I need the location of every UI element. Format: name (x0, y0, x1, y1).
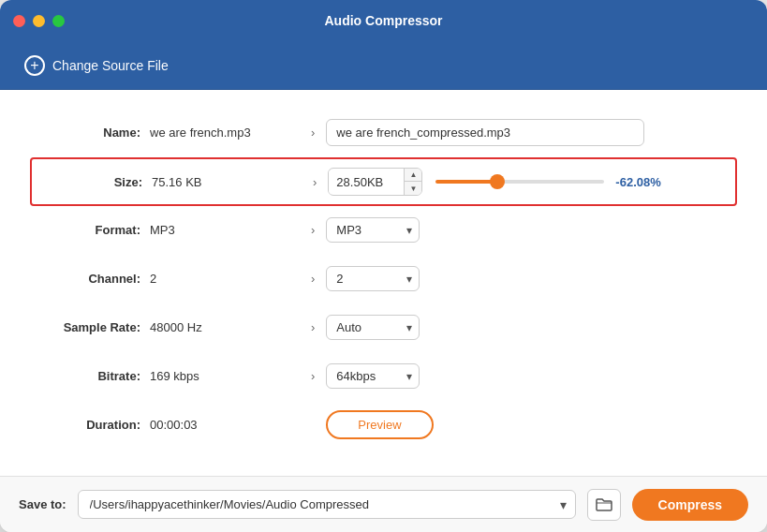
sample-rate-dropdown-wrapper: Auto 44100 Hz 48000 Hz 96000 Hz (326, 315, 420, 340)
size-source-value: 75.16 KB (152, 175, 302, 189)
duration-label: Duration: (37, 418, 140, 432)
titlebar: Audio Compressor (0, 0, 767, 41)
channel-arrow-icon: › (311, 272, 315, 286)
bitrate-arrow-icon: › (311, 369, 315, 383)
size-slider[interactable] (435, 180, 604, 184)
window-title: Audio Compressor (324, 13, 442, 28)
toolbar: + Change Source File (0, 41, 767, 90)
save-to-label: Save to: (19, 497, 66, 511)
size-slider-container: -62.08% (435, 175, 728, 189)
compress-button[interactable]: Compress (632, 489, 748, 521)
maximize-button[interactable] (52, 15, 65, 27)
plus-circle-icon: + (24, 55, 45, 76)
footer: Save to: /Users/ihappyacethinker/Movies/… (0, 476, 767, 532)
size-spinner-buttons: ▲ ▼ (404, 169, 421, 195)
size-label: Size: (39, 175, 142, 189)
size-spinner-up[interactable]: ▲ (405, 169, 421, 182)
size-spinner: ▲ ▼ (328, 168, 422, 196)
format-dropdown[interactable]: MP3 AAC WAV FLAC OGG (326, 217, 420, 243)
format-arrow-icon: › (311, 223, 315, 237)
sample-rate-source-value: 48000 Hz (150, 320, 300, 334)
format-label: Format: (37, 223, 140, 237)
duration-output-area: Preview (326, 410, 730, 439)
folder-icon (596, 497, 612, 512)
channel-dropdown-wrapper: 1 2 Auto (326, 266, 420, 291)
size-percent-label: -62.08% (615, 175, 660, 189)
channel-dropdown[interactable]: 1 2 Auto (326, 266, 420, 291)
bitrate-dropdown-wrapper: 64kbps 128kbps 192kbps 256kbps 320kbps (326, 363, 420, 389)
change-source-button[interactable]: + Change Source File (15, 50, 178, 81)
bitrate-row: Bitrate: 169 kbps › 64kbps 128kbps 192kb… (37, 352, 730, 401)
save-path-select[interactable]: /Users/ihappyacethinker/Movies/Audio Com… (78, 490, 576, 519)
sample-rate-dropdown[interactable]: Auto 44100 Hz 48000 Hz 96000 Hz (326, 315, 420, 340)
change-source-label: Change Source File (52, 58, 169, 73)
main-window: Audio Compressor + Change Source File Na… (0, 0, 767, 532)
format-dropdown-wrapper: MP3 AAC WAV FLAC OGG (326, 217, 420, 243)
name-arrow-icon: › (311, 126, 315, 140)
format-output-area: MP3 AAC WAV FLAC OGG (326, 217, 730, 243)
size-spinner-down[interactable]: ▼ (405, 182, 421, 195)
name-output-input[interactable] (326, 119, 644, 146)
main-content: Name: we are french.mp3 › Size: 75.16 KB… (0, 90, 767, 476)
channel-output-area: 1 2 Auto (326, 266, 730, 291)
format-source-value: MP3 (150, 223, 300, 237)
channel-source-value: 2 (150, 272, 300, 286)
size-row: Size: 75.16 KB › ▲ ▼ -62.08% (30, 157, 737, 206)
size-arrow-icon: › (313, 175, 317, 189)
bitrate-label: Bitrate: (37, 369, 140, 383)
traffic-lights (13, 15, 65, 27)
minimize-button[interactable] (33, 15, 45, 27)
bitrate-dropdown[interactable]: 64kbps 128kbps 192kbps 256kbps 320kbps (326, 363, 420, 389)
channel-label: Channel: (37, 272, 140, 286)
sample-rate-row: Sample Rate: 48000 Hz › Auto 44100 Hz 48… (37, 303, 730, 352)
name-output-area (326, 119, 730, 146)
sample-rate-arrow-icon: › (311, 320, 315, 334)
folder-button[interactable] (587, 489, 621, 521)
sample-rate-label: Sample Rate: (37, 320, 140, 334)
sample-rate-output-area: Auto 44100 Hz 48000 Hz 96000 Hz (326, 315, 730, 340)
duration-source-value: 00:00:03 (150, 418, 300, 432)
bitrate-source-value: 169 kbps (150, 369, 300, 383)
size-output-area: ▲ ▼ -62.08% (328, 168, 728, 196)
close-button[interactable] (13, 15, 25, 27)
save-path-wrapper: /Users/ihappyacethinker/Movies/Audio Com… (78, 490, 576, 519)
duration-row: Duration: 00:00:03 › Preview (37, 401, 730, 450)
name-label: Name: (37, 126, 140, 140)
bitrate-output-area: 64kbps 128kbps 192kbps 256kbps 320kbps (326, 363, 730, 389)
name-row: Name: we are french.mp3 › (37, 109, 730, 157)
format-row: Format: MP3 › MP3 AAC WAV FLAC OGG (37, 206, 730, 255)
size-spinner-input[interactable] (329, 170, 404, 194)
channel-row: Channel: 2 › 1 2 Auto (37, 255, 730, 303)
name-source-value: we are french.mp3 (150, 126, 300, 140)
preview-button[interactable]: Preview (326, 410, 433, 439)
